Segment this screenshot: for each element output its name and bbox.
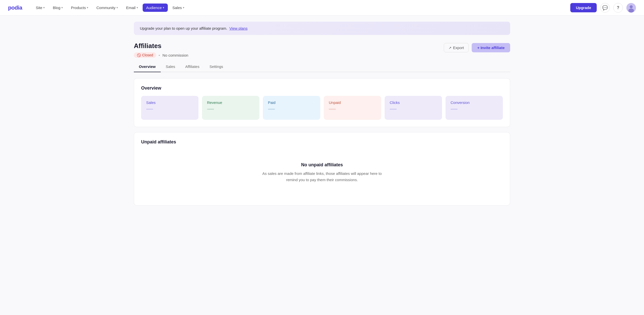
nav-item-email[interactable]: Email ▾ xyxy=(123,4,142,12)
tile-label: Sales xyxy=(146,100,193,105)
nav-item-sales[interactable]: Sales ▾ xyxy=(169,4,188,12)
overview-title: Overview xyxy=(141,86,503,91)
nav-item-community[interactable]: Community ▾ xyxy=(93,4,122,12)
chevron-down-icon: ▾ xyxy=(87,6,88,9)
nav-item-blog[interactable]: Blog ▾ xyxy=(49,4,66,12)
tile-label: Unpaid xyxy=(329,100,376,105)
tile-dash xyxy=(329,109,336,110)
header-buttons: ↗ Export + Invite affiliate xyxy=(444,43,510,52)
tab-sales[interactable]: Sales xyxy=(161,61,180,72)
nav-item-products[interactable]: Products ▾ xyxy=(67,4,92,12)
tile-clicks: Clicks xyxy=(385,96,442,120)
avatar[interactable] xyxy=(626,3,636,13)
invite-affiliate-button[interactable]: + Invite affiliate xyxy=(472,43,510,52)
tabs: Overview Sales Affiliates Settings xyxy=(134,61,510,72)
tile-label: Revenue xyxy=(207,100,254,105)
empty-state-body: As sales are made from affiliate links, … xyxy=(257,171,387,183)
svg-point-1 xyxy=(630,5,633,8)
chevron-down-icon: ▾ xyxy=(137,6,138,9)
nav-item-audience[interactable]: Audience ▾ xyxy=(143,4,168,12)
help-button[interactable]: ? xyxy=(613,3,623,13)
tile-unpaid: Unpaid xyxy=(324,96,381,120)
main-content: Upgrade your plan to open up your affili… xyxy=(126,16,518,217)
tile-dash xyxy=(207,109,214,110)
tile-revenue: Revenue xyxy=(202,96,259,120)
header: podia Site ▾ Blog ▾ Products ▾ Community… xyxy=(0,0,644,16)
chat-icon: 💬 xyxy=(602,5,608,11)
tile-paid: Paid xyxy=(263,96,320,120)
tile-dash xyxy=(268,109,275,110)
chevron-down-icon: ▾ xyxy=(116,6,118,9)
chat-button[interactable]: 💬 xyxy=(600,3,610,13)
chevron-down-icon: ▾ xyxy=(61,6,63,9)
stop-icon: 🚫 xyxy=(137,53,141,57)
page-title: Affiliates xyxy=(134,42,188,50)
tile-label: Clicks xyxy=(390,100,437,105)
header-actions: Upgrade 💬 ? xyxy=(570,3,636,13)
help-icon: ? xyxy=(617,6,619,10)
unpaid-title: Unpaid affiliates xyxy=(141,139,503,145)
upgrade-button[interactable]: Upgrade xyxy=(570,3,597,12)
tile-dash xyxy=(146,109,153,110)
upgrade-banner: Upgrade your plan to open up your affili… xyxy=(134,22,510,35)
closed-badge: 🚫 Closed xyxy=(134,52,156,58)
empty-state: No unpaid affiliates As sales are made f… xyxy=(141,150,503,198)
tab-affiliates[interactable]: Affiliates xyxy=(180,61,204,72)
page-header: Affiliates 🚫 Closed • No commission ↗ Ex… xyxy=(134,42,510,58)
unpaid-affiliates-section: Unpaid affiliates No unpaid affiliates A… xyxy=(134,132,510,206)
tile-label: Conversion xyxy=(451,100,498,105)
tile-conversion: Conversion xyxy=(446,96,503,120)
empty-state-title: No unpaid affiliates xyxy=(146,162,498,168)
tile-label: Paid xyxy=(268,100,315,105)
view-plans-link[interactable]: View plans xyxy=(229,26,248,30)
nav-item-site[interactable]: Site ▾ xyxy=(32,4,48,12)
page-meta: 🚫 Closed • No commission xyxy=(134,52,188,58)
main-nav: Site ▾ Blog ▾ Products ▾ Community ▾ Ema… xyxy=(32,4,570,12)
export-icon: ↗ xyxy=(449,46,452,50)
tile-dash xyxy=(451,109,458,110)
chevron-down-icon: ▾ xyxy=(183,6,184,9)
export-button[interactable]: ↗ Export xyxy=(444,43,469,52)
chevron-down-icon: ▾ xyxy=(163,6,164,9)
overview-grid: Sales Revenue Paid Unpaid Clicks Convers xyxy=(141,96,503,120)
logo[interactable]: podia xyxy=(8,5,22,11)
page-title-area: Affiliates 🚫 Closed • No commission xyxy=(134,42,188,58)
tab-overview[interactable]: Overview xyxy=(134,61,161,72)
commission-text: No commission xyxy=(163,53,188,57)
avatar-image xyxy=(626,3,636,13)
tile-sales: Sales xyxy=(141,96,198,120)
meta-dot: • xyxy=(159,53,160,57)
chevron-down-icon: ▾ xyxy=(43,6,45,9)
tab-settings[interactable]: Settings xyxy=(205,61,228,72)
svg-point-2 xyxy=(628,9,634,13)
overview-section: Overview Sales Revenue Paid Unpaid Click… xyxy=(134,78,510,127)
tile-dash xyxy=(390,109,397,110)
